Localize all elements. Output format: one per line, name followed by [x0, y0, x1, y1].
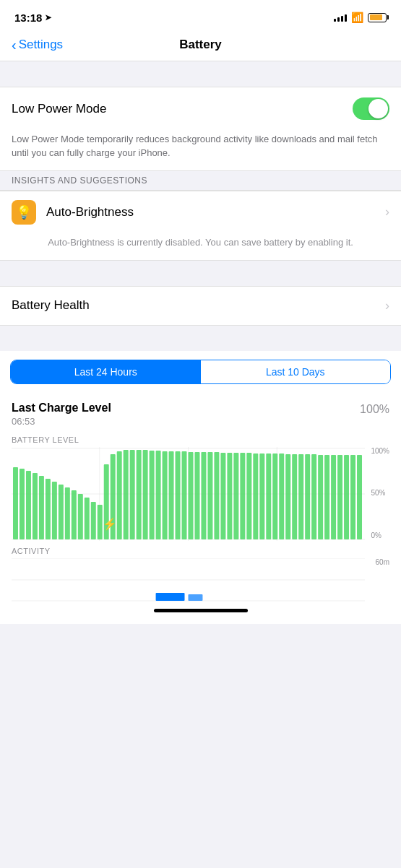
low-power-mode-description: Low Power Mode temporarily reduces backg… [0, 130, 401, 170]
battery-health-label: Battery Health [12, 298, 90, 313]
signal-bars-icon [334, 13, 347, 22]
y-label-0: 0% [371, 531, 389, 539]
svg-rect-64 [156, 593, 185, 601]
svg-rect-53 [318, 455, 323, 539]
page-title: Battery [179, 38, 222, 52]
svg-rect-50 [298, 454, 303, 539]
svg-rect-22 [117, 451, 122, 539]
svg-rect-37 [214, 452, 219, 539]
svg-rect-54 [324, 455, 329, 539]
svg-rect-34 [194, 452, 199, 539]
battery-health-chevron-icon: › [385, 298, 389, 313]
nav-bar: ‹ Settings Battery [0, 32, 401, 61]
home-indicator-wrap [0, 602, 401, 624]
svg-rect-57 [344, 455, 349, 539]
back-chevron-icon: ‹ [12, 38, 17, 52]
svg-rect-29 [163, 451, 168, 539]
activity-chart-wrap: 60m [12, 558, 389, 602]
svg-rect-9 [33, 473, 38, 539]
battery-level-label: BATTERY LEVEL [12, 435, 389, 444]
svg-rect-35 [201, 452, 206, 539]
status-time: 13:18 ➤ [14, 12, 51, 24]
svg-rect-42 [246, 453, 251, 539]
svg-rect-7 [20, 469, 25, 539]
battery-health-row[interactable]: Battery Health › [0, 287, 401, 325]
svg-rect-59 [357, 455, 362, 539]
battery-level-graph: BATTERY LEVEL [0, 430, 401, 541]
svg-rect-58 [350, 455, 355, 539]
svg-rect-55 [331, 455, 336, 539]
activity-y-label: 60m [376, 558, 389, 566]
svg-rect-27 [150, 451, 155, 539]
section-gap-2 [0, 261, 401, 286]
tab-last-10-days[interactable]: Last 10 Days [201, 360, 391, 383]
low-power-mode-toggle[interactable] [353, 97, 389, 120]
activity-label: ACTIVITY [12, 547, 389, 555]
svg-rect-18 [91, 502, 96, 539]
svg-rect-32 [182, 451, 187, 539]
low-power-mode-label: Low Power Mode [12, 102, 106, 116]
home-indicator[interactable] [154, 609, 248, 612]
svg-rect-12 [52, 482, 57, 539]
svg-rect-30 [169, 451, 174, 539]
svg-rect-41 [240, 453, 245, 539]
svg-rect-24 [130, 450, 135, 539]
svg-rect-31 [176, 451, 181, 539]
svg-rect-26 [143, 450, 148, 539]
svg-rect-43 [253, 453, 258, 539]
auto-brightness-description: Auto-Brightness is currently disabled. Y… [0, 233, 401, 260]
svg-rect-17 [85, 498, 90, 539]
y-label-50: 50% [371, 489, 389, 497]
activity-graph: ACTIVITY 60m [0, 541, 401, 602]
time-label: 13:18 [14, 12, 42, 24]
charge-level-info: Last Charge Level 06:53 [12, 402, 111, 427]
svg-rect-25 [137, 450, 142, 539]
battery-chart-svg: ⚡ [12, 447, 365, 541]
status-icons: 📶 [334, 12, 387, 23]
section-gap-1 [0, 61, 401, 87]
insights-section-label: INSIGHTS AND SUGGESTIONS [0, 171, 401, 190]
section-gap-3 [0, 326, 401, 351]
svg-rect-36 [207, 452, 212, 539]
location-icon: ➤ [45, 13, 51, 22]
svg-rect-56 [337, 455, 342, 539]
svg-rect-16 [78, 494, 83, 539]
insights-section: 💡 Auto-Brightness › Auto-Brightness is c… [0, 190, 401, 261]
battery-health-section: Battery Health › [0, 286, 401, 326]
svg-rect-51 [305, 454, 310, 539]
low-power-mode-section: Low Power Mode Low Power Mode temporaril… [0, 87, 401, 171]
svg-rect-13 [59, 485, 64, 539]
svg-rect-47 [279, 453, 284, 539]
charge-level-percentage: 100% [360, 403, 389, 416]
back-label: Settings [19, 38, 63, 52]
svg-rect-46 [272, 453, 277, 539]
status-bar: 13:18 ➤ 📶 [0, 0, 401, 32]
auto-brightness-label: Auto-Brightness [46, 205, 379, 220]
charge-level-title: Last Charge Level [12, 402, 111, 415]
auto-brightness-chevron-icon: › [385, 204, 389, 220]
svg-rect-44 [259, 453, 264, 539]
svg-rect-45 [266, 453, 271, 539]
auto-brightness-icon-wrap: 💡 [12, 200, 36, 225]
battery-status-icon [368, 13, 387, 22]
chart-section: Last 24 Hours Last 10 Days Last Charge L… [0, 351, 401, 624]
svg-rect-39 [227, 453, 232, 539]
charge-level-time: 06:53 [12, 416, 111, 427]
svg-rect-8 [26, 471, 31, 539]
svg-rect-19 [98, 505, 103, 539]
svg-rect-14 [65, 487, 70, 539]
battery-chart-wrap: ⚡ 100% 50% 0% [12, 447, 389, 541]
wifi-icon: 📶 [351, 12, 363, 23]
svg-rect-11 [46, 479, 51, 539]
svg-rect-33 [189, 452, 194, 539]
auto-brightness-row[interactable]: 💡 Auto-Brightness › [0, 191, 401, 233]
tabs-row: Last 24 Hours Last 10 Days [10, 360, 391, 384]
toggle-knob [368, 99, 388, 118]
last-charge-level-row: Last Charge Level 06:53 100% [0, 393, 401, 430]
tab-last-24-hours[interactable]: Last 24 Hours [11, 360, 201, 383]
back-button[interactable]: ‹ Settings [12, 38, 63, 52]
activity-chart-svg [12, 558, 365, 602]
svg-rect-23 [124, 450, 129, 539]
chart-y-labels: 100% 50% 0% [371, 447, 389, 541]
svg-rect-6 [13, 467, 18, 539]
